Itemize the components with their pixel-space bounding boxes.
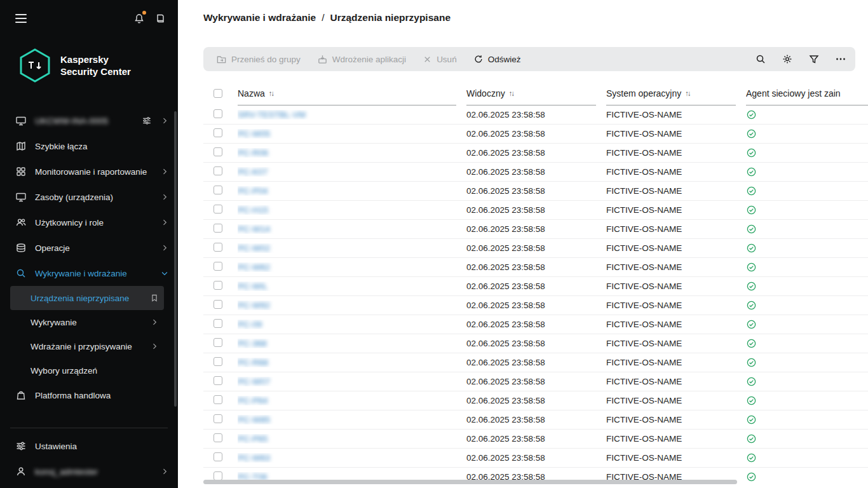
row-checkbox[interactable] xyxy=(214,128,222,137)
sidebar-item-monitoring[interactable]: Monitorowanie i raportowanie xyxy=(0,159,178,184)
row-checkbox-cell xyxy=(203,186,238,196)
sidebar-subitem-deployment-assignment[interactable]: Wdrażanie i przypisywanie xyxy=(10,334,164,358)
chevron-right-icon xyxy=(160,243,169,252)
sidebar-subitem-unassigned-devices[interactable]: Urządzenia nieprzypisane xyxy=(10,286,164,310)
sidebar-item-operations[interactable]: Operacje xyxy=(0,235,178,261)
row-checkbox[interactable] xyxy=(214,395,222,404)
deploy-application-button[interactable]: Wdrożenie aplikacji xyxy=(311,50,412,69)
row-checkbox[interactable] xyxy=(214,281,222,290)
agent-installed-cell xyxy=(746,471,868,482)
device-name-link[interactable]: PC-W02 xyxy=(238,243,270,253)
move-to-group-button[interactable]: Przenieś do grupy xyxy=(210,50,307,69)
sidebar-subitem-label: Wykrywanie xyxy=(31,318,144,327)
sidebar-item-user-account[interactable]: konsj_admtester xyxy=(0,459,178,484)
column-header-os[interactable]: System operacyjny ↑↓ xyxy=(606,88,746,105)
device-name-link[interactable]: PC-WIL xyxy=(238,281,268,291)
device-name-link[interactable]: PC-W85 xyxy=(238,415,270,424)
chevron-right-icon xyxy=(150,342,159,351)
row-checkbox[interactable] xyxy=(214,205,222,214)
device-name-link[interactable]: PC-P64 xyxy=(238,396,268,405)
row-checkbox[interactable] xyxy=(214,262,222,271)
device-name-link[interactable]: PC-H15 xyxy=(238,205,268,215)
sidebar-item-marketplace[interactable]: Platforma handlowa xyxy=(0,383,178,408)
row-checkbox[interactable] xyxy=(214,357,222,366)
sidebar-subitem-device-selections[interactable]: Wybory urządzeń xyxy=(10,358,164,383)
device-name-link[interactable]: PC-R68 xyxy=(238,358,268,367)
table-row: PC-W07 02.06.2025 23:58:58 FICTIVE-OS-NA… xyxy=(203,372,868,391)
row-checkbox[interactable] xyxy=(214,300,222,309)
column-header-name[interactable]: Nazwa ↑↓ xyxy=(238,88,466,105)
device-name-link[interactable]: PC-W14 xyxy=(238,224,270,234)
row-checkbox[interactable] xyxy=(214,471,222,480)
row-checkbox[interactable] xyxy=(214,433,222,442)
delete-button[interactable]: Usuń xyxy=(416,51,463,68)
hamburger-menu-icon[interactable] xyxy=(15,11,27,25)
check-circle-icon xyxy=(746,319,868,330)
device-name-link[interactable]: PC-K07 xyxy=(238,167,268,177)
sidebar-subitem-discovery[interactable]: Wykrywanie xyxy=(10,310,164,334)
server-settings-icon[interactable] xyxy=(142,116,152,126)
os-name: FICTIVE-OS-NAME xyxy=(606,129,746,139)
device-name-link[interactable]: PC-P65 xyxy=(238,434,268,444)
sidebar-scrollbar[interactable] xyxy=(174,111,177,407)
gear-icon[interactable] xyxy=(782,53,793,65)
bookmark-icon[interactable] xyxy=(150,294,159,302)
notifications-bell-icon[interactable] xyxy=(133,13,145,24)
column-header-visible[interactable]: Widoczny ↑↓ xyxy=(466,88,606,105)
visible-timestamp: 02.06.2025 23:58:58 xyxy=(466,453,606,463)
row-checkbox-cell xyxy=(203,452,238,463)
search-icon[interactable] xyxy=(755,53,766,65)
column-header-agent[interactable]: Agent sieciowy jest zain xyxy=(746,88,868,105)
select-all-checkbox[interactable] xyxy=(214,89,222,98)
row-checkbox[interactable] xyxy=(214,243,222,252)
device-name-link[interactable]: PC-R06 xyxy=(238,148,268,158)
refresh-button[interactable]: Odśwież xyxy=(467,50,527,68)
row-checkbox[interactable] xyxy=(214,376,222,385)
device-name-link[interactable]: SRV-TESTBL-VM xyxy=(238,110,306,119)
row-checkbox[interactable] xyxy=(214,109,222,118)
check-circle-icon xyxy=(746,205,868,215)
row-checkbox[interactable] xyxy=(214,147,222,156)
sidebar-item-assets[interactable]: Zasoby (urządzenia) xyxy=(0,184,178,210)
agent-installed-cell xyxy=(746,414,868,425)
help-docs-icon[interactable] xyxy=(155,13,166,24)
sidebar-item-settings[interactable]: Ustawienia xyxy=(0,433,178,459)
horizontal-scrollbar[interactable] xyxy=(203,480,737,484)
visible-timestamp: 02.06.2025 23:58:58 xyxy=(466,301,606,310)
check-circle-icon xyxy=(746,300,868,311)
device-name-link[interactable]: PC-P04 xyxy=(238,186,268,196)
device-name-link[interactable]: PC-368 xyxy=(238,339,267,348)
row-checkbox[interactable] xyxy=(214,414,222,423)
more-ellipsis-icon[interactable] xyxy=(835,53,846,65)
os-name: FICTIVE-OS-NAME xyxy=(606,301,746,310)
device-name-link[interactable]: PC-W07 xyxy=(238,377,270,386)
row-checkbox-cell xyxy=(203,166,238,177)
row-checkbox[interactable] xyxy=(214,224,222,233)
search-icon xyxy=(15,268,27,279)
check-circle-icon xyxy=(746,357,868,368)
row-checkbox[interactable] xyxy=(214,186,222,194)
row-checkbox-cell xyxy=(203,414,238,425)
os-name: FICTIVE-OS-NAME xyxy=(606,205,746,215)
sidebar-item-users-roles[interactable]: Użytkownicy i role xyxy=(0,210,178,235)
row-checkbox[interactable] xyxy=(214,319,222,328)
device-name-link[interactable]: PC-W62 xyxy=(238,262,270,272)
breadcrumb-section[interactable]: Wykrywanie i wdrażanie xyxy=(203,12,316,24)
sidebar-item-quick-links[interactable]: Szybkie łącza xyxy=(0,133,178,159)
sidebar-item-discovery-deployment[interactable]: Wykrywanie i wdrażanie xyxy=(0,261,178,286)
row-checkbox[interactable] xyxy=(214,452,222,461)
agent-installed-cell xyxy=(746,338,868,349)
row-checkbox[interactable] xyxy=(214,338,222,347)
close-x-icon xyxy=(423,55,432,64)
device-name-link[interactable]: PC-09 xyxy=(238,320,262,329)
sidebar-item-server[interactable]: UKCWW-INA-0005 xyxy=(0,108,178,133)
row-checkbox[interactable] xyxy=(214,166,222,175)
device-name-link[interactable]: PC-W05 xyxy=(238,129,270,139)
device-name-link[interactable]: PC-W63 xyxy=(238,453,270,463)
check-circle-icon xyxy=(746,109,868,120)
os-name: FICTIVE-OS-NAME xyxy=(606,167,746,177)
row-checkbox-cell xyxy=(203,281,238,292)
device-name-link[interactable]: PC-W92 xyxy=(238,301,270,310)
filter-funnel-icon[interactable] xyxy=(808,53,820,65)
os-name: FICTIVE-OS-NAME xyxy=(606,339,746,348)
